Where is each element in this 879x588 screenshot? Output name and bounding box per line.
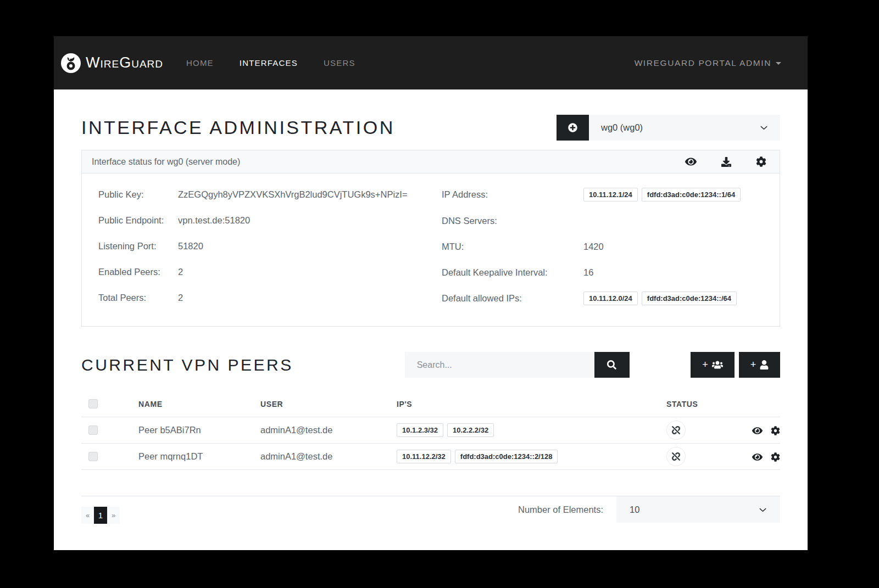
row-checkbox[interactable] xyxy=(88,452,98,461)
user-icon xyxy=(760,360,769,369)
main-content: INTERFACE ADMINISTRATION wg0 (wg0) Inter… xyxy=(54,115,808,524)
card-header: Interface status for wg0 (server mode) xyxy=(82,150,780,173)
navbar: WireGuard HOME INTERFACES USERS WIREGUAR… xyxy=(54,36,808,89)
ip-badge: 10.1.2.3/32 xyxy=(397,423,443,437)
show-config-button[interactable] xyxy=(685,156,697,167)
interface-status-card: Interface status for wg0 (server mode) P… xyxy=(81,150,780,327)
page-size-select[interactable]: 10 xyxy=(616,496,780,523)
nav-link-users[interactable]: USERS xyxy=(324,58,355,68)
status-badge xyxy=(666,421,686,440)
gear-icon xyxy=(756,156,766,167)
download-config-button[interactable] xyxy=(721,156,731,167)
edit-peer-button[interactable] xyxy=(771,426,780,435)
listening-port-value: 51820 xyxy=(178,239,203,253)
gear-icon xyxy=(771,452,780,462)
brand-text: WireGuard xyxy=(86,54,163,71)
ip-badge: 10.2.2.2/32 xyxy=(447,423,494,437)
public-endpoint-value: vpn.test.de:51820 xyxy=(178,214,250,227)
peer-ip-badges: 10.11.12.2/32fdfd:d3ad:c0de:1234::2/128 xyxy=(397,450,666,463)
peer-name: Peer b5ABi7Rn xyxy=(138,417,260,444)
card-body: Public Key:ZzEGQgyh8yVPZXVKSXhVrgB2lud9C… xyxy=(82,173,780,326)
app-window: WireGuard HOME INTERFACES USERS WIREGUAR… xyxy=(54,36,808,550)
field-label: Default allowed IPs: xyxy=(442,292,583,305)
add-interface-button[interactable] xyxy=(557,115,589,141)
navbar-brand[interactable]: WireGuard xyxy=(60,53,163,74)
wireguard-logo-icon xyxy=(60,53,81,74)
search-group xyxy=(405,352,630,378)
peer-user: adminA1@test.de xyxy=(260,417,397,444)
interface-controls: wg0 (wg0) xyxy=(557,115,780,141)
view-peer-button[interactable] xyxy=(752,426,763,435)
interface-info-left: Public Key:ZzEGQgyh8yVPZXVKSXhVrgB2lud9C… xyxy=(98,188,420,305)
pagination-next[interactable]: » xyxy=(107,507,120,524)
peer-user: adminA1@test.de xyxy=(260,444,397,470)
users-icon xyxy=(712,360,723,369)
interface-info-right: IP Address:10.11.12.1/24fdfd:d3ad:c0de:1… xyxy=(442,188,763,305)
field-label: IP Address: xyxy=(442,188,583,201)
keepalive-value: 16 xyxy=(583,266,593,279)
total-peers-value: 2 xyxy=(178,291,183,304)
add-peer-button[interactable]: + xyxy=(739,352,780,378)
plus-glyph: + xyxy=(750,359,756,371)
view-peer-button[interactable] xyxy=(752,452,763,462)
ip-badge: fdfd:d3ad:c0de:1234::1/64 xyxy=(642,188,741,201)
peers-section-title: CURRENT VPN PEERS xyxy=(81,356,293,374)
ip-address-badges: 10.11.12.1/24fdfd:d3ad:c0de:1234::1/64 xyxy=(583,188,741,201)
edit-peer-button[interactable] xyxy=(771,452,780,462)
field-label: Default Keepalive Interval: xyxy=(442,266,583,279)
peer-buttons: + + xyxy=(691,352,780,378)
peers-table: NAME USER IP'S STATUS Peer b5ABi7Rn admi… xyxy=(81,391,780,470)
ip-badge: fdfd:d3ad:c0de:1234::/64 xyxy=(642,292,737,305)
status-badge xyxy=(666,447,686,466)
eye-icon xyxy=(752,426,763,435)
peers-table-body: Peer b5ABi7Rn adminA1@test.de 10.1.2.3/3… xyxy=(81,417,780,470)
column-header-status: STATUS xyxy=(666,391,732,417)
card-header-title: Interface status for wg0 (server mode) xyxy=(92,157,240,167)
pagination: « 1 » xyxy=(81,507,120,524)
table-row: Peer mqrnq1DT adminA1@test.de 10.11.12.2… xyxy=(81,444,780,470)
chevron-down-icon xyxy=(760,124,768,132)
ip-badge: 10.11.12.1/24 xyxy=(583,188,638,201)
interface-select-value: wg0 (wg0) xyxy=(601,122,643,133)
pagination-prev[interactable]: « xyxy=(81,507,94,524)
chevron-down-icon xyxy=(759,506,767,514)
unlink-icon xyxy=(672,426,680,434)
eye-icon xyxy=(752,452,763,462)
download-icon xyxy=(721,157,731,167)
edit-interface-button[interactable] xyxy=(756,156,766,167)
enabled-peers-value: 2 xyxy=(178,265,183,278)
eye-icon xyxy=(685,156,697,167)
interface-select[interactable]: wg0 (wg0) xyxy=(589,115,780,141)
search-button[interactable] xyxy=(594,352,630,378)
allowed-ips-badges: 10.11.12.0/24fdfd:d3ad:c0de:1234::/64 xyxy=(583,292,737,305)
ip-badge: fdfd:d3ad:c0de:1234::2/128 xyxy=(455,450,558,463)
user-menu-dropdown[interactable]: WIREGUARD PORTAL ADMIN xyxy=(635,58,781,68)
row-checkbox[interactable] xyxy=(88,425,98,435)
search-icon xyxy=(607,360,616,369)
field-label: Listening Port: xyxy=(98,239,178,253)
unlink-icon xyxy=(672,452,680,461)
column-header-name: NAME xyxy=(138,391,260,417)
add-multiple-peers-button[interactable]: + xyxy=(691,352,735,378)
gear-icon xyxy=(771,426,780,435)
nav-link-interfaces[interactable]: INTERFACES xyxy=(240,58,298,68)
ip-badge: 10.11.12.2/32 xyxy=(397,450,451,463)
field-label: Public Endpoint: xyxy=(98,214,178,227)
select-all-checkbox[interactable] xyxy=(88,399,98,408)
plus-circle-icon xyxy=(568,123,577,132)
ip-badge: 10.11.12.0/24 xyxy=(583,292,638,305)
peers-table-header-row: NAME USER IP'S STATUS xyxy=(81,391,780,417)
column-header-ips: IP'S xyxy=(397,391,666,417)
mtu-value: 1420 xyxy=(583,240,604,253)
footer-row: « 1 » Number of Elements: 10 xyxy=(81,496,780,524)
public-key-value: ZzEGQgyh8yVPZXVKSXhVrgB2lud9CVjTUGk9s+NP… xyxy=(178,188,408,201)
nav-link-home[interactable]: HOME xyxy=(186,58,214,68)
field-label: MTU: xyxy=(442,240,583,253)
plus-glyph: + xyxy=(702,359,708,371)
page-size-value: 10 xyxy=(630,505,639,515)
user-menu-label: WIREGUARD PORTAL ADMIN xyxy=(635,58,771,68)
caret-down-icon xyxy=(776,62,781,65)
search-input[interactable] xyxy=(405,352,594,378)
pagination-page-1[interactable]: 1 xyxy=(94,507,107,524)
peer-ip-badges: 10.1.2.3/3210.2.2.2/32 xyxy=(397,423,666,437)
